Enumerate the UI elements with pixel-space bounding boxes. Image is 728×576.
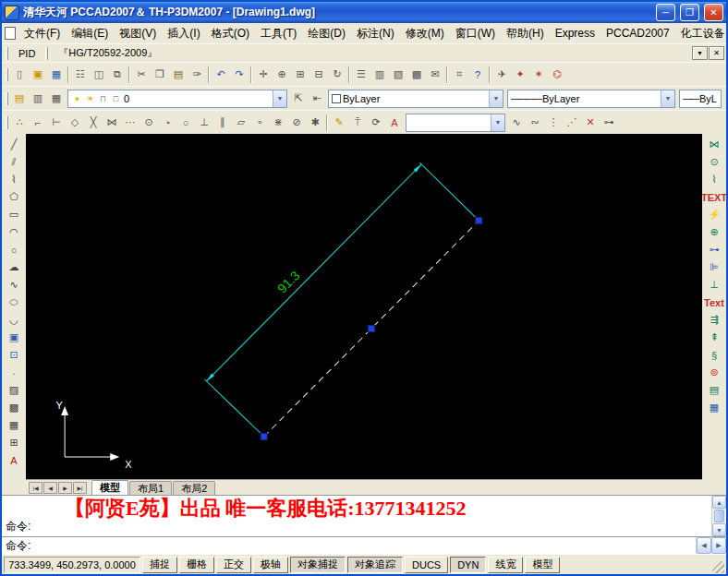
toolbar-drag-handle[interactable] (6, 47, 8, 60)
chevron-down-icon[interactable]: ▼ (273, 90, 286, 107)
publish-icon[interactable]: ⧉ (108, 66, 127, 84)
dim-linear-icon[interactable]: ⍑ (348, 114, 367, 132)
grip-midpoint[interactable] (369, 326, 375, 332)
level-mark-icon[interactable]: ⇞ (705, 329, 724, 346)
tab-layout1[interactable]: 布局1 (129, 481, 172, 495)
next-layout-tab-button[interactable]: ▶ (58, 482, 72, 494)
polygon-icon[interactable]: ⬠ (5, 188, 24, 206)
command-input-line[interactable]: 命令: ◀ ▶ (2, 536, 726, 554)
zoom-window-icon[interactable]: ⊞ (291, 66, 309, 84)
line-icon[interactable]: ╱ (5, 136, 24, 153)
sheet-set-manager-icon[interactable]: ▩ (407, 66, 426, 84)
make-object-layer-current-icon[interactable]: ⇱ (289, 90, 308, 108)
menu-item-edit[interactable]: 编辑(E) (66, 24, 114, 43)
snap-none-icon[interactable]: ⊘ (287, 114, 306, 132)
etransmit-icon[interactable]: ✈ (492, 66, 511, 84)
make-block-icon[interactable]: ⊡ (5, 346, 24, 364)
lineweight-dropdown[interactable]: —— ByL (679, 90, 722, 108)
linetype-dropdown[interactable]: ———— ByLayer ▼ (507, 90, 675, 108)
menu-item-express[interactable]: Express (550, 25, 601, 42)
grip-endpoint[interactable] (476, 218, 482, 224)
nozzle-icon[interactable]: ⊶ (705, 241, 724, 258)
table-icon[interactable]: ⊞ (5, 434, 24, 451)
chem-module-icon[interactable]: ⌬ (548, 66, 566, 84)
menu-item-dimension[interactable]: 标注(N) (351, 24, 400, 43)
quick-dim-icon[interactable]: ✎ (330, 114, 348, 132)
cut-icon[interactable]: ✂ (132, 66, 151, 84)
status-toggle-ducs[interactable]: DUCS (405, 557, 448, 573)
measure-icon[interactable]: ⋰ (563, 114, 581, 132)
section-symbol-icon[interactable]: § (705, 346, 724, 364)
undo-icon[interactable]: ↶ (212, 66, 230, 84)
snap-node-icon[interactable]: ∘ (250, 114, 269, 132)
polyline-edit-icon[interactable]: ∿ (507, 114, 526, 132)
ellipse-arc-icon[interactable]: ◡ (5, 311, 24, 329)
layer-states-manager-icon[interactable]: ▦ (47, 90, 66, 108)
tool-palettes-icon[interactable]: ▧ (389, 66, 407, 84)
zoom-previous-icon[interactable]: ⊟ (309, 66, 328, 84)
hatch-icon[interactable]: ▨ (5, 381, 24, 399)
menu-item-help[interactable]: 帮助(H) (501, 24, 550, 43)
first-layout-tab-button[interactable]: |◀ (29, 482, 42, 494)
layer-properties-manager-icon[interactable]: ▤ (10, 90, 29, 108)
open-icon[interactable]: ▣ (29, 66, 47, 84)
layer-on-bulb-icon[interactable]: ● (71, 92, 83, 105)
text-style-icon[interactable]: A (385, 114, 404, 132)
express-tools-icon[interactable]: ✦ (511, 66, 529, 84)
menu-item-tools[interactable]: 工具(T) (255, 24, 302, 43)
join-icon[interactable]: ⊶ (600, 114, 618, 132)
pid-menu-button[interactable]: PID (12, 46, 42, 61)
maximize-button[interactable]: ❐ (680, 4, 699, 21)
snap-nearest-icon[interactable]: ⋇ (269, 114, 287, 132)
layer-dropdown[interactable]: ●☀⊓□ 0 ▼ (67, 90, 287, 108)
snap-parallel-icon[interactable]: ∥ (213, 114, 232, 132)
toolbar-drag-handle[interactable] (6, 92, 8, 105)
coordinate-readout[interactable]: 733.3499, 450.2973, 0.0000 (4, 557, 140, 573)
ellipse-icon[interactable]: ⬭ (5, 294, 24, 311)
drawing-viewport[interactable]: 91.3 Y (26, 134, 702, 479)
support-icon[interactable]: ⊥ (705, 276, 724, 294)
scroll-left-icon[interactable]: ◀ (697, 537, 711, 554)
insert-block-icon[interactable]: ▣ (5, 329, 24, 346)
plot-icon[interactable]: ☷ (71, 66, 90, 84)
osnap-settings-icon[interactable]: ✱ (306, 114, 324, 132)
layer-previous-icon[interactable]: ⇤ (308, 90, 326, 108)
app-icon[interactable] (5, 6, 19, 20)
drawing-canvas[interactable]: 91.3 Y (26, 134, 702, 479)
toolbar-drag-handle[interactable] (6, 68, 8, 81)
match-properties-icon[interactable]: ✑ (188, 66, 206, 84)
snap-center-icon[interactable]: ⊙ (140, 114, 158, 132)
scrollbar-thumb[interactable] (714, 510, 724, 522)
polyline-icon[interactable]: ⌇ (5, 171, 24, 188)
chevron-down-icon[interactable]: ▼ (489, 90, 503, 107)
balloon-icon[interactable]: ⊚ (705, 364, 724, 381)
minimize-button[interactable]: ─ (656, 4, 675, 21)
menu-item-view[interactable]: 视图(V) (114, 24, 162, 43)
command-horizontal-scrollbar[interactable]: ◀ ▶ (696, 537, 726, 554)
snap-quadrant-icon[interactable]: ◔ (158, 114, 176, 132)
dimension-line[interactable] (207, 164, 422, 381)
dim-update-icon[interactable]: ⟳ (367, 114, 385, 132)
menu-item-window[interactable]: 窗口(W) (450, 24, 501, 43)
weld-symbol-icon[interactable]: ⚡ (705, 206, 724, 223)
snap-tangent-icon[interactable]: ○ (176, 114, 195, 132)
paste-icon[interactable]: ▤ (169, 66, 188, 84)
point-icon[interactable]: ∙ (5, 364, 24, 381)
properties-icon[interactable]: ☰ (352, 66, 370, 84)
redo-icon[interactable]: ↷ (230, 66, 249, 84)
pccad-tools-icon[interactable]: ✶ (529, 66, 548, 84)
grip-endpoint[interactable] (261, 434, 267, 440)
region-icon[interactable]: ▦ (5, 416, 24, 434)
tab-model[interactable]: 模型 (91, 480, 128, 495)
command-vertical-scrollbar[interactable]: ▲ ▼ (711, 496, 726, 536)
toolbar-drag-handle[interactable] (45, 47, 48, 60)
status-toggle-dyn[interactable]: DYN (450, 557, 486, 573)
status-toggle-polar[interactable]: 极轴 (253, 557, 288, 573)
snap-extension-icon[interactable]: ⋯ (121, 114, 140, 132)
save-icon[interactable]: ▦ (47, 66, 66, 84)
menu-item-pccad2007[interactable]: PCCAD2007 (601, 25, 675, 42)
pipe-line-icon[interactable]: ⌇ (705, 171, 724, 188)
parts-list-icon[interactable]: ▤ (705, 381, 724, 399)
spline-edit-icon[interactable]: ∾ (526, 114, 544, 132)
scroll-down-icon[interactable]: ▼ (712, 523, 726, 536)
